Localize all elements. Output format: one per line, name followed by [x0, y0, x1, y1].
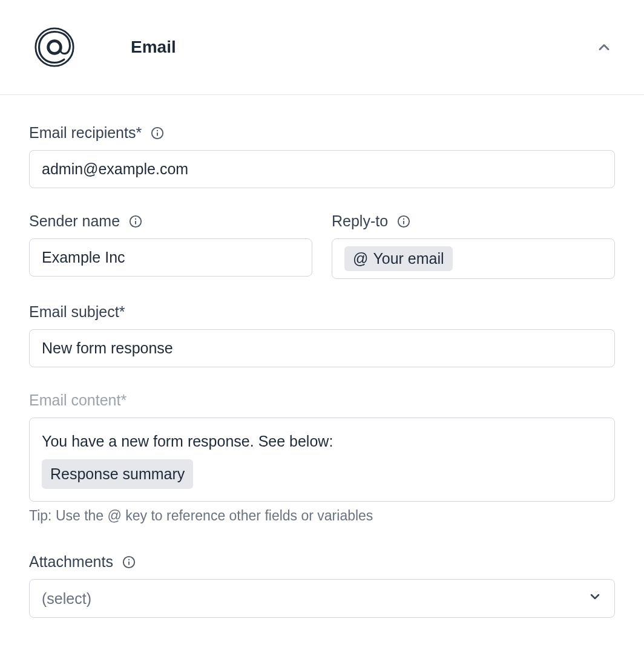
email-panel: Email Email recipients*: [0, 0, 644, 647]
row-sender-replyto: Sender name Reply-to: [29, 212, 615, 279]
svg-point-5: [157, 129, 158, 131]
reply-to-label: Reply-to: [332, 212, 388, 230]
attachments-select[interactable]: (select): [29, 579, 615, 618]
panel-header: Email: [0, 0, 644, 95]
info-icon[interactable]: [128, 214, 143, 229]
at-prefix: @: [353, 250, 368, 267]
recipients-input[interactable]: [29, 150, 615, 188]
panel-body: Email recipients* Sender name: [0, 95, 644, 647]
recipients-label: Email recipients*: [29, 124, 142, 142]
content-editor[interactable]: You have a new form response. See below:…: [29, 418, 615, 502]
label-row: Reply-to: [332, 212, 615, 230]
panel-title: Email: [131, 38, 176, 57]
reply-to-input[interactable]: @ Your email: [332, 238, 615, 279]
reply-to-chip[interactable]: @ Your email: [344, 246, 453, 271]
field-content: Email content* You have a new form respo…: [29, 392, 615, 524]
field-recipients: Email recipients*: [29, 124, 615, 188]
sender-label: Sender name: [29, 212, 120, 230]
subject-input[interactable]: [29, 329, 615, 367]
chevron-up-icon[interactable]: [593, 36, 615, 58]
field-sender: Sender name: [29, 212, 312, 279]
field-reply-to: Reply-to @ Your email: [332, 212, 615, 279]
content-text: You have a new form response. See below:: [42, 430, 602, 453]
chip-label: Response summary: [50, 463, 185, 486]
label-row: Email content*: [29, 392, 615, 409]
chevron-down-icon: [588, 589, 602, 608]
select-placeholder: (select): [42, 590, 91, 608]
field-attachments: Attachments (select): [29, 553, 615, 618]
content-hint: Tip: Use the @ key to reference other fi…: [29, 508, 615, 524]
subject-label: Email subject*: [29, 303, 125, 321]
svg-point-2: [48, 41, 60, 53]
content-chip[interactable]: Response summary: [42, 459, 193, 490]
info-icon[interactable]: [122, 555, 136, 569]
info-icon[interactable]: [150, 126, 165, 140]
field-subject: Email subject*: [29, 303, 615, 367]
svg-point-11: [403, 218, 404, 219]
svg-point-14: [128, 559, 130, 560]
label-row: Email subject*: [29, 303, 615, 321]
sender-input[interactable]: [29, 238, 312, 277]
label-row: Attachments: [29, 553, 615, 571]
svg-point-8: [135, 218, 136, 219]
label-row: Email recipients*: [29, 124, 615, 142]
info-icon[interactable]: [396, 214, 411, 229]
content-label: Email content*: [29, 392, 126, 409]
chip-label: Your email: [373, 250, 444, 267]
attachments-label: Attachments: [29, 553, 113, 571]
label-row: Sender name: [29, 212, 312, 230]
at-sign-icon: [34, 27, 75, 68]
